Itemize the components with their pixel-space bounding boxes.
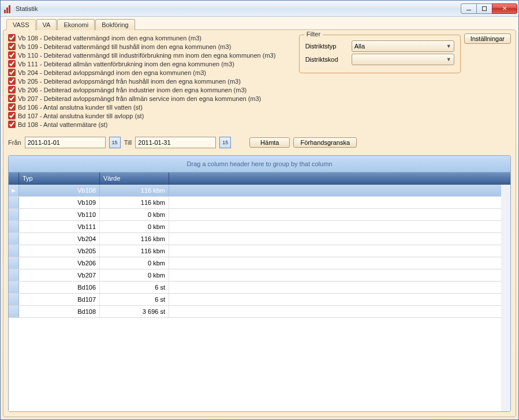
cell-typ: Bd108 bbox=[19, 306, 100, 317]
column-headers: Typ Värde bbox=[9, 172, 510, 185]
metric-checkbox[interactable] bbox=[8, 51, 16, 59]
metric-label: Bd 107 - Antal anslutna kunder till avlo… bbox=[18, 112, 144, 119]
cell-typ: Vb111 bbox=[19, 221, 100, 232]
row-indicator bbox=[9, 221, 19, 232]
cell-empty bbox=[169, 221, 510, 232]
table-row[interactable]: Vb1110 kbm bbox=[9, 221, 510, 233]
column-header-varde[interactable]: Värde bbox=[100, 172, 169, 184]
cell-typ: Bd106 bbox=[19, 282, 100, 293]
from-label: Från bbox=[8, 139, 21, 146]
metric-check-item[interactable]: Vb 207 - Debiterad avloppsmängd från all… bbox=[8, 94, 338, 103]
settings-button[interactable]: Inställningar bbox=[464, 33, 511, 44]
metric-checkbox[interactable] bbox=[8, 121, 16, 128]
table-row[interactable]: Vb205116 kbm bbox=[9, 245, 510, 257]
tab-strip: VASSVAEkonomiBokföring bbox=[6, 19, 516, 30]
cell-varde: 0 kbm bbox=[100, 221, 169, 232]
chevron-down-icon: ▼ bbox=[446, 57, 451, 62]
to-date-input[interactable]: 2011-01-31 bbox=[135, 137, 216, 148]
tab-vass[interactable]: VASS bbox=[6, 19, 36, 30]
metric-checkbox[interactable] bbox=[8, 86, 16, 93]
to-label: Till bbox=[124, 139, 132, 146]
tab-ekonomi[interactable]: Ekonomi bbox=[57, 19, 95, 30]
data-grid: Drag a column header here to group by th… bbox=[8, 155, 511, 412]
from-calendar-button[interactable]: 15 bbox=[109, 137, 121, 148]
table-row[interactable]: Vb2060 kbm bbox=[9, 257, 510, 269]
table-row[interactable]: Bd1083 696 st bbox=[9, 306, 510, 318]
metric-label: Vb 207 - Debiterad avloppsmängd från all… bbox=[18, 95, 261, 102]
metric-checkbox[interactable] bbox=[8, 77, 16, 85]
distriktstyp-combo[interactable]: Alla ▼ bbox=[352, 40, 454, 52]
cell-empty bbox=[169, 245, 510, 257]
metric-check-item[interactable]: Vb 205 - Debiterad avloppsmängd från hus… bbox=[8, 77, 338, 85]
metric-check-item[interactable]: Vb 108 - Debiterad vattenmängd inom den … bbox=[8, 33, 338, 42]
metric-checkbox[interactable] bbox=[8, 103, 16, 111]
row-indicator bbox=[9, 209, 19, 220]
table-row[interactable]: ▶Vb108116 kbm bbox=[9, 185, 510, 197]
metric-label: Vb 205 - Debiterad avloppsmängd från hus… bbox=[18, 78, 241, 85]
cell-varde: 0 kbm bbox=[100, 257, 169, 269]
row-indicator bbox=[9, 306, 19, 317]
client-area: VASSVAEkonomiBokföring Vb 108 - Debitera… bbox=[1, 17, 518, 419]
app-window: Statistik ✕ VASSVAEkonomiBokföring Vb 10… bbox=[0, 0, 519, 420]
from-date-input[interactable]: 2011-01-01 bbox=[25, 137, 106, 148]
cell-typ: Vb204 bbox=[19, 233, 100, 245]
fetch-button[interactable]: Hämta bbox=[249, 137, 290, 148]
cell-typ: Bd107 bbox=[19, 294, 100, 305]
metric-checkbox[interactable] bbox=[8, 34, 16, 42]
metric-checkbox[interactable] bbox=[8, 69, 16, 76]
distriktstyp-value: Alla bbox=[354, 43, 365, 50]
row-indicator: ▶ bbox=[9, 185, 19, 196]
calendar-icon: 15 bbox=[222, 140, 228, 145]
close-button[interactable]: ✕ bbox=[492, 3, 517, 14]
metric-check-item[interactable]: Vb 204 - Debiterad avloppsmängd inom den… bbox=[8, 68, 338, 77]
table-row[interactable]: Bd1076 st bbox=[9, 294, 510, 306]
cell-varde: 116 kbm bbox=[100, 245, 169, 257]
metric-check-item[interactable]: Vb 109 - Debiterad vattenmängd till hush… bbox=[8, 42, 338, 51]
table-row[interactable]: Vb204116 kbm bbox=[9, 233, 510, 245]
metric-checkbox[interactable] bbox=[8, 43, 16, 50]
metric-label: Vb 110 - Debiterad vattenmängd till indu… bbox=[18, 52, 275, 59]
metric-check-item[interactable]: Bd 106 - Antal anslutna kunder till vatt… bbox=[8, 103, 338, 111]
main-panel: Vb 108 - Debiterad vattenmängd inom den … bbox=[3, 29, 516, 417]
filter-legend: Filter bbox=[304, 31, 323, 38]
distriktskod-label: Distriktskod bbox=[305, 56, 352, 63]
cell-varde: 116 kbm bbox=[100, 197, 169, 208]
cell-empty bbox=[169, 185, 510, 196]
row-indicator bbox=[9, 245, 19, 257]
metric-label: Vb 111 - Debiterad allmän vattenförbrukn… bbox=[18, 61, 234, 68]
group-by-panel[interactable]: Drag a column header here to group by th… bbox=[9, 156, 510, 172]
metric-checkbox[interactable] bbox=[8, 60, 16, 68]
column-header-typ[interactable]: Typ bbox=[19, 172, 100, 184]
vertical-scrollbar[interactable] bbox=[501, 185, 510, 411]
table-row[interactable]: Vb2070 kbm bbox=[9, 269, 510, 282]
metric-check-item[interactable]: Vb 110 - Debiterad vattenmängd till indu… bbox=[8, 51, 338, 59]
titlebar[interactable]: Statistik ✕ bbox=[1, 1, 518, 17]
metric-check-item[interactable]: Vb 206 - Debiterad avloppsmängd från ind… bbox=[8, 85, 338, 94]
metric-checkbox[interactable] bbox=[8, 112, 16, 119]
to-date-value: 2011-01-31 bbox=[138, 139, 170, 146]
cell-varde: 6 st bbox=[100, 294, 169, 305]
minimize-button[interactable] bbox=[461, 3, 477, 14]
cell-typ: Vb207 bbox=[19, 269, 100, 281]
table-row[interactable]: Vb1100 kbm bbox=[9, 209, 510, 221]
cell-empty bbox=[169, 294, 510, 305]
metric-checkbox[interactable] bbox=[8, 95, 16, 102]
metric-check-item[interactable]: Bd 108 - Antal vattenmätare (st) bbox=[8, 120, 338, 129]
maximize-button[interactable] bbox=[476, 3, 492, 14]
metric-check-item[interactable]: Vb 111 - Debiterad allmän vattenförbrukn… bbox=[8, 59, 338, 68]
cell-empty bbox=[169, 306, 510, 317]
table-row[interactable]: Bd1066 st bbox=[9, 282, 510, 294]
table-row[interactable]: Vb109116 kbm bbox=[9, 197, 510, 209]
tab-bokföring[interactable]: Bokföring bbox=[95, 19, 135, 30]
to-calendar-button[interactable]: 15 bbox=[219, 137, 231, 148]
tab-va[interactable]: VA bbox=[36, 19, 57, 30]
row-indicator-header bbox=[9, 172, 19, 184]
right-column: Filter Distriktstyp Alla ▼ Distriktskod bbox=[338, 33, 511, 129]
metric-label: Vb 204 - Debiterad avloppsmängd inom den… bbox=[18, 69, 206, 76]
preview-button[interactable]: Förhandsgranska bbox=[293, 137, 357, 148]
grid-body[interactable]: ▶Vb108116 kbmVb109116 kbmVb1100 kbmVb111… bbox=[9, 185, 510, 411]
distriktskod-combo[interactable]: ▼ bbox=[352, 54, 454, 65]
row-indicator bbox=[9, 197, 19, 208]
metric-check-item[interactable]: Bd 107 - Antal anslutna kunder till avlo… bbox=[8, 111, 338, 120]
app-icon bbox=[4, 4, 13, 13]
